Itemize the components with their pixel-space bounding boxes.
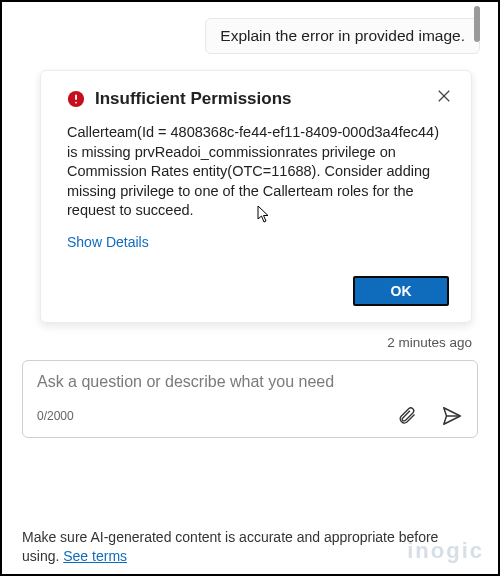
- char-counter: 0/2000: [37, 409, 74, 423]
- timestamp-text: 2 minutes ago: [387, 335, 472, 350]
- user-message-bubble: Explain the error in provided image.: [205, 18, 480, 54]
- dialog-body-text: Callerteam(Id = 4808368c-fe44-ef11-8409-…: [67, 124, 439, 218]
- attachment-icon[interactable]: [397, 405, 419, 427]
- ok-button[interactable]: OK: [353, 276, 449, 306]
- chat-input-footer: 0/2000: [37, 405, 463, 427]
- scrollbar-thumb[interactable]: [474, 6, 480, 42]
- dialog-title: Insufficient Permissions: [95, 89, 449, 109]
- svg-rect-1: [75, 95, 77, 100]
- error-icon: [67, 90, 85, 108]
- chat-input-box[interactable]: Ask a question or describe what you need…: [22, 360, 478, 438]
- user-message-text: Explain the error in provided image.: [220, 27, 465, 44]
- dialog-body: Callerteam(Id = 4808368c-fe44-ef11-8409-…: [67, 123, 449, 221]
- dialog-header: Insufficient Permissions: [67, 89, 449, 109]
- message-timestamp: 2 minutes ago: [20, 335, 472, 350]
- see-terms-link[interactable]: See terms: [63, 548, 127, 564]
- show-details-link[interactable]: Show Details: [67, 234, 149, 250]
- user-message-row: Explain the error in provided image.: [20, 18, 480, 54]
- dialog-footer: OK: [67, 276, 449, 306]
- chat-input-placeholder: Ask a question or describe what you need: [37, 373, 463, 391]
- error-dialog: Insufficient Permissions Callerteam(Id =…: [40, 70, 472, 323]
- input-actions: [397, 405, 463, 427]
- send-icon[interactable]: [441, 405, 463, 427]
- mouse-cursor-icon: [257, 205, 271, 223]
- ai-disclaimer: Make sure AI-generated content is accura…: [2, 528, 498, 574]
- close-button[interactable]: [433, 85, 455, 107]
- svg-rect-2: [75, 102, 77, 104]
